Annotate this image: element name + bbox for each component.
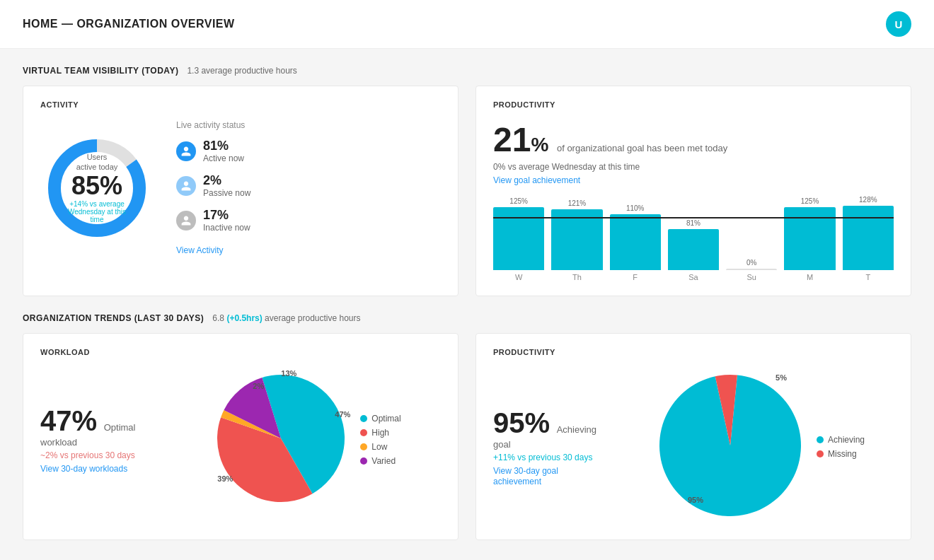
productivity-pie-area: 5% 95% AchievingMissing [623,368,894,525]
prod-goal-text: of organizational goal has been met toda… [557,143,727,153]
bar-pct-label: 0% [746,259,756,267]
legend-label: Missing [828,449,857,459]
bar-day-label: M [807,273,813,281]
bar-day-label: W [515,273,522,281]
legend-label: High [371,428,389,438]
bar [610,214,661,270]
passive-icon [176,176,196,196]
active-info: 81% Active now [203,139,244,163]
page-title: HOME — ORGANIZATION OVERVIEW [23,18,235,30]
page: HOME — ORGANIZATION OVERVIEW U VIRTUAL T… [0,0,934,560]
bar-chart: 125%W121%Th110%F81%Sa0%Su125%M128%T [493,197,894,281]
bar-day-label: Sa [688,273,698,281]
bar-pct-label: 125% [509,197,528,205]
bar-column: 125%M [784,197,835,281]
legend-dot [360,429,367,436]
bar-column: 121%Th [551,199,602,281]
status-passive: 2% Passive now [176,173,441,198]
org-trends-title: ORGANIZATION TRENDS (LAST 30 DAYS) [23,313,204,323]
workload-legend: OptimalHighLowVaried [360,368,400,511]
bar-day-label: T [865,273,870,281]
prod-pie-label-achieving: 95% [688,496,703,504]
workload-pie-wrapper: 13% 2% 39% 47% [210,368,352,511]
legend-dot [360,415,367,422]
legend-dot [817,436,824,443]
bar-pct-label: 125% [801,197,819,205]
bar-column: 0%Su [726,259,777,281]
active-label: Active now [203,153,244,163]
productivity-bottom-card: PRODUCTIVITY 95% Achieving goal +11% vs … [475,333,911,540]
prod-bottom-card-inner: 95% Achieving goal +11% vs previous 30 d… [493,368,894,525]
prod-pct-symbol: % [531,134,548,156]
bar-chart-area: 125%W121%Th110%F81%Sa0%Su125%M128%T [493,197,894,281]
productivity-pie-svg [652,368,808,523]
prod-view-link[interactable]: View goal achievement [493,175,580,185]
legend-item: Varied [360,456,400,466]
status-active: 81% Active now [176,139,441,163]
prod-big-pct: 21 [493,121,531,158]
legend-dot [360,457,367,465]
prod-bottom-left: 95% Achieving goal +11% vs previous 30 d… [493,407,606,486]
inactive-pct: 17% [203,208,229,222]
prod-bottom-link[interactable]: View 30-day goal achievement [493,466,558,486]
bar [784,207,835,270]
bar-column: 128%T [843,196,894,281]
legend-label: Low [371,442,387,452]
bar-pct-label: 81% [686,219,700,227]
bar-day-label: Su [747,273,756,281]
team-visibility-title: VIRTUAL TEAM VISIBILITY (TODAY) [23,66,178,76]
productivity-bottom-title: PRODUCTIVITY [493,348,894,356]
live-status-panel: Live activity status 81% Active now [176,120,441,255]
prod-bottom-big-pct: 95% [493,407,550,438]
view-activity-link[interactable]: View Activity [176,245,223,255]
status-inactive: 17% Inactive now [176,208,441,233]
main-content: VIRTUAL TEAM VISIBILITY (TODAY) 1.3 aver… [0,49,934,560]
team-visibility-subtitle: 1.3 average productive hours [187,66,296,76]
bar-pct-label: 110% [626,204,645,212]
team-visibility-header: VIRTUAL TEAM VISIBILITY (TODAY) 1.3 aver… [23,66,911,76]
inactive-label: Inactive now [203,223,250,233]
pie-label-optimal: 47% [335,410,350,419]
bar-day-label: Th [572,273,582,281]
legend-label: Varied [371,456,396,466]
active-icon [176,141,196,161]
passive-pct: 2% [203,173,221,187]
prod-pie-label-missing: 5% [776,373,787,382]
workload-big-pct: 47% [40,405,97,436]
workload-left: 47% Optimal workload ~2% vs previous 30 … [40,405,154,474]
bottom-cards-row: WORKLOAD 47% Optimal workload ~2% vs pre… [23,333,911,540]
workload-card: WORKLOAD 47% Optimal workload ~2% vs pre… [23,333,459,540]
bar [726,269,777,270]
productivity-top-card: PRODUCTIVITY 21% of organizational goal … [475,86,911,296]
donut-center-pct: 85% [58,173,136,201]
user-avatar[interactable]: U [886,11,911,37]
activity-card: ACTIVITY Usersactive today 85% [23,86,459,296]
bar [551,209,602,270]
pie-label-varied: 13% [281,369,296,378]
inactive-person-icon [180,215,192,226]
productivity-top-title: PRODUCTIVITY [493,100,894,109]
productivity-top-content: 21% of organizational goal has been met … [493,120,894,281]
bar-day-label: F [633,273,638,281]
donut-chart: Usersactive today 85% +14% vs averageWed… [40,132,154,245]
org-trends-header: ORGANIZATION TRENDS (LAST 30 DAYS) 6.8 (… [23,313,911,323]
pie-label-high: 39% [217,474,233,483]
legend-item: High [360,428,400,438]
donut-center-label: Usersactive today [58,152,136,173]
workload-pie-svg [210,368,352,509]
legend-dot [360,443,367,450]
bar-column: 81%Sa [668,219,719,281]
bar-column: 110%F [610,204,661,281]
legend-label: Optimal [371,414,400,424]
activity-card-title: ACTIVITY [40,100,441,109]
legend-item: Low [360,442,400,452]
live-status-title: Live activity status [176,120,441,130]
workload-link[interactable]: View 30-day workloads [40,464,127,474]
productivity-pie-wrapper: 5% 95% [652,368,808,525]
prod-top-header: 21% of organizational goal has been met … [493,120,894,159]
bar [843,206,894,270]
donut-center: Usersactive today 85% +14% vs averageWed… [58,152,136,223]
passive-info: 2% Passive now [203,173,250,198]
workload-change: ~2% vs previous 30 days [40,450,154,460]
top-bar: HOME — ORGANIZATION OVERVIEW U [0,0,934,49]
